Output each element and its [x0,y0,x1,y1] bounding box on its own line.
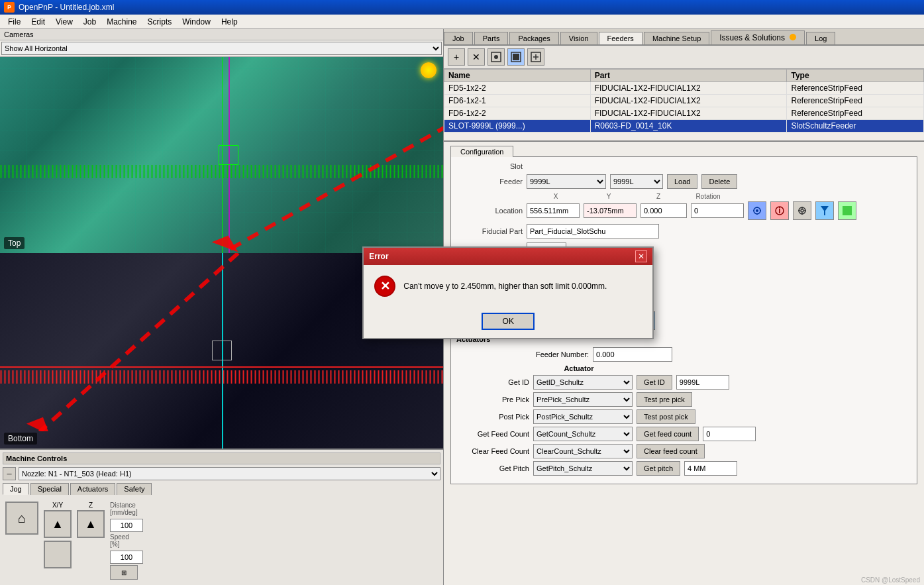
svg-marker-3 [26,417,50,431]
coord-y-header: Y [582,193,635,200]
tab-log[interactable]: Log [806,32,835,44]
location-x-input[interactable] [527,203,580,218]
error-footer: OK [364,307,652,338]
menu-scripts[interactable]: Scripts [142,16,178,28]
act-get-pitch-label: Get Pitch [456,464,529,472]
feeder-row: Feeder 9999L 9999L Load Delete [456,174,911,189]
feeder-number-input[interactable] [593,347,672,362]
camera-select[interactable]: Show All Horizontal [1,42,442,55]
menu-file[interactable]: File [3,16,26,28]
actuator-header-row: Actuator [529,364,911,372]
tab-issues-solutions[interactable]: Issues & Solutions [711,30,805,44]
act-get-feed-count-select[interactable]: GetCount_Schultz [533,427,633,441]
target-box-bottom [212,341,232,360]
mc-tab-actuators[interactable]: Actuators [70,483,115,495]
mc-tab-special[interactable]: Special [30,483,69,495]
config-section: Configuration Slot Feeder 9999L 9999L Lo… [444,142,924,585]
menu-window[interactable]: Window [177,16,216,28]
act-post-pick-btn[interactable]: Test post pick [637,409,695,424]
act-get-pitch-select[interactable]: GetPitch_Schultz [533,461,633,476]
feeder-add-btn[interactable]: + [448,48,465,66]
act-get-pitch-btn[interactable]: Get pitch [637,461,680,476]
sun-icon-top [421,62,436,78]
table-row[interactable]: FD5-1x2-2FIDUCIAL-1X2-FIDUCIAL1X2Referen… [444,82,924,95]
fiducial-part-row: Fiducial Part [456,224,911,239]
table-row[interactable]: FD6-1x2-2FIDUCIAL-1X2-FIDUCIAL1X2Referen… [444,107,924,120]
feeder-icon3-btn[interactable] [527,48,544,66]
svg-marker-23 [821,206,829,215]
mc-minimize-btn[interactable]: ─ [3,467,16,480]
menu-view[interactable]: View [50,16,78,28]
tab-packages[interactable]: Packages [509,32,558,44]
location-camera-btn[interactable] [748,201,766,220]
tab-machine-setup[interactable]: Machine Setup [644,32,709,44]
act-clear-feed-count-select[interactable]: ClearCount_Schultz [533,444,633,458]
mc-up-btn[interactable]: ▲ [44,510,72,538]
location-filter-btn[interactable] [815,201,834,220]
feeder-table-container[interactable]: Name Part Type FD5-1x2-2FIDUCIAL-1X2-FID… [444,69,924,142]
tab-vision[interactable]: Vision [560,32,597,44]
act-get-pitch-result[interactable] [684,461,737,476]
delete-btn[interactable]: Delete [701,174,737,189]
act-get-id-btn[interactable]: Get ID [637,375,672,390]
mc-tab-jog[interactable]: Jog [3,483,29,495]
table-row[interactable]: FD6-1x2-1FIDUCIAL-1X2-FIDUCIAL1X2Referen… [444,95,924,107]
actuators-section: Actuators Feeder Number: Actuator Get ID [456,335,911,476]
mc-home-btn[interactable]: ⌂ [5,502,38,535]
tab-feeders[interactable]: Feeders [599,32,642,44]
location-go-btn[interactable] [838,201,856,220]
act-get-id-result[interactable] [676,375,729,390]
mc-xy-arrows: ▲ [44,510,72,568]
svg-point-5 [494,55,498,59]
fiducial-part-label: Fiducial Part [456,227,523,235]
menu-machine[interactable]: Machine [101,16,142,28]
table-row[interactable]: SLOT-9999L (9999...)R0603-FD_0014_10KSlo… [444,120,924,133]
act-get-feed-count-result[interactable] [703,427,756,441]
feeder-select2[interactable]: 9999L [610,174,663,189]
mc-speed-input[interactable] [110,551,143,564]
tab-job[interactable]: Job [444,32,473,44]
col-type: Type [787,70,924,82]
mc-tab-safety[interactable]: Safety [117,483,152,495]
act-get-id-row: Get ID GetID_Schultz Get ID [456,375,911,390]
menu-help[interactable]: Help [216,16,243,28]
mc-tabs: Jog Special Actuators Safety [3,483,440,495]
load-btn[interactable]: Load [667,174,697,189]
location-target-btn[interactable] [793,201,811,220]
mc-down-btn[interactable] [44,541,72,568]
menu-bar: File Edit View Job Machine Scripts Windo… [0,15,924,29]
error-ok-btn[interactable]: OK [482,313,535,330]
act-clear-feed-count-btn[interactable]: Clear feed count [637,444,705,458]
act-pre-pick-btn[interactable]: Test pre pick [637,392,692,407]
act-get-feed-count-btn[interactable]: Get feed count [637,427,699,441]
title-bar: P OpenPnP - Untitled.job.xml [0,0,924,15]
camera-label-bottom: Bottom [4,433,37,445]
location-row: Location i [456,201,911,220]
fiducial-part-input[interactable] [527,224,659,239]
act-get-id-select[interactable]: GetID_Schultz [533,375,633,390]
mc-distance-label: Distance[mm/deg] [110,502,143,516]
location-rot-input[interactable] [691,203,744,218]
mc-distance-input[interactable] [110,519,143,532]
feeder-icon1-btn[interactable] [488,48,505,66]
feeder-select[interactable]: 9999L [527,174,606,189]
location-y-input[interactable] [584,203,637,218]
mc-speed-slider-btn[interactable]: ⊞ [110,565,138,580]
error-close-btn[interactable]: ✕ [635,250,647,262]
mc-z-up-btn[interactable]: ▲ [77,510,105,538]
config-tab[interactable]: Configuration [450,146,513,157]
act-post-pick-select[interactable]: PostPick_Schultz [533,409,633,424]
camera-label-top: Top [4,237,25,249]
menu-edit[interactable]: Edit [26,16,50,28]
error-icon: ✕ [374,276,395,297]
mc-nozzle-select[interactable]: Nozzle: N1 - NT1_503 (Head: H1) [19,467,440,480]
feeder-icon2-btn[interactable] [507,48,525,66]
feeder-remove-btn[interactable]: ✕ [468,48,485,66]
act-pre-pick-select[interactable]: PrePick_Schultz [533,392,633,407]
tab-parts[interactable]: Parts [474,32,509,44]
location-z-input[interactable] [641,203,687,218]
act-post-pick-label: Post Pick [456,413,529,421]
feeder-number-label: Feeder Number: [456,350,589,358]
location-info-btn[interactable]: i [770,201,789,220]
menu-job[interactable]: Job [78,16,101,28]
